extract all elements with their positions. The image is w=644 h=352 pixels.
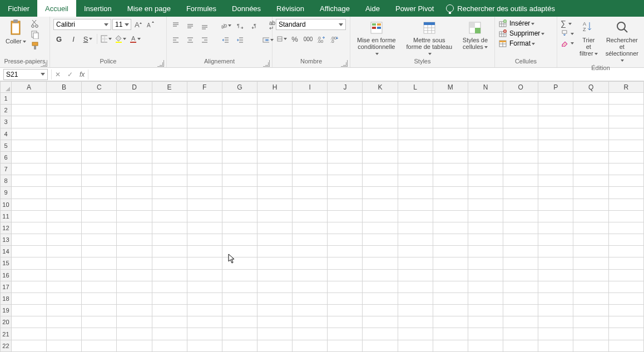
cell-L9[interactable] [398, 187, 433, 199]
cell-H16[interactable] [257, 269, 293, 281]
cell-H15[interactable] [257, 257, 293, 269]
cell-I8[interactable] [293, 175, 328, 187]
col-header-I[interactable]: I [293, 82, 328, 93]
cell-O4[interactable] [503, 128, 538, 140]
cell-R8[interactable] [608, 175, 643, 187]
cell-L1[interactable] [398, 93, 433, 105]
cell-B22[interactable] [47, 340, 82, 351]
rtl-icon[interactable]: ¶ [249, 20, 260, 31]
cell-O8[interactable] [503, 175, 538, 187]
cell-E3[interactable] [152, 116, 187, 128]
cell-F16[interactable] [187, 269, 222, 281]
cell-C17[interactable] [82, 281, 117, 292]
cell-J17[interactable] [328, 281, 363, 292]
decrease-indent-icon[interactable] [220, 34, 231, 46]
cell-J19[interactable] [328, 305, 363, 316]
cell-A19[interactable] [11, 305, 46, 316]
cell-R4[interactable] [608, 128, 643, 140]
cell-D18[interactable] [117, 292, 152, 304]
cell-H11[interactable] [257, 210, 293, 222]
cell-R20[interactable] [608, 316, 643, 328]
cell-A15[interactable] [11, 257, 46, 269]
align-right-icon[interactable] [199, 34, 210, 46]
cell-P22[interactable] [538, 340, 573, 351]
cell-J6[interactable] [328, 151, 363, 163]
cell-Q20[interactable] [573, 316, 608, 328]
cell-E4[interactable] [152, 128, 187, 140]
cell-E12[interactable] [152, 222, 187, 234]
row-header-16[interactable]: 16 [1, 269, 12, 281]
cell-R18[interactable] [608, 292, 643, 304]
cell-D2[interactable] [117, 105, 152, 116]
cell-K6[interactable] [363, 151, 398, 163]
cell-O1[interactable] [503, 93, 538, 105]
cell-N19[interactable] [468, 305, 503, 316]
cell-L6[interactable] [398, 151, 433, 163]
cell-O12[interactable] [503, 222, 538, 234]
tab-aide[interactable]: Aide [358, 0, 388, 17]
cell-L13[interactable] [398, 234, 433, 246]
name-box[interactable]: S21 [3, 69, 48, 80]
cell-R17[interactable] [608, 281, 643, 292]
cell-F8[interactable] [187, 175, 222, 187]
col-header-O[interactable]: O [503, 82, 538, 93]
cell-F2[interactable] [187, 105, 222, 116]
cell-M20[interactable] [433, 316, 468, 328]
row-header-12[interactable]: 12 [1, 222, 12, 234]
cell-N7[interactable] [468, 163, 503, 175]
cell-M5[interactable] [433, 140, 468, 151]
cell-N13[interactable] [468, 234, 503, 246]
cell-F7[interactable] [187, 163, 222, 175]
cell-L20[interactable] [398, 316, 433, 328]
cell-A11[interactable] [11, 210, 46, 222]
font-color-icon[interactable]: A [130, 33, 141, 44]
cell-M21[interactable] [433, 328, 468, 340]
delete-cells-button[interactable]: Supprimer [498, 29, 544, 38]
cell-K15[interactable] [363, 257, 398, 269]
cell-M2[interactable] [433, 105, 468, 116]
cell-D13[interactable] [117, 234, 152, 246]
spreadsheet-grid[interactable]: ABCDEFGHIJKLMNOPQR1234567891011121314151… [0, 81, 644, 352]
row-header-13[interactable]: 13 [1, 234, 12, 246]
cell-B2[interactable] [47, 105, 82, 116]
tab-données[interactable]: Données [224, 0, 269, 17]
cell-Q13[interactable] [573, 234, 608, 246]
cell-M17[interactable] [433, 281, 468, 292]
col-header-R[interactable]: R [608, 82, 643, 93]
cell-H9[interactable] [257, 187, 293, 199]
cell-R6[interactable] [608, 151, 643, 163]
cell-P10[interactable] [538, 199, 573, 210]
dialog-launcher-icon[interactable] [157, 60, 164, 67]
decrease-decimal-icon[interactable]: .00.0 [329, 33, 340, 44]
cell-P20[interactable] [538, 316, 573, 328]
cell-P5[interactable] [538, 140, 573, 151]
cell-Q9[interactable] [573, 187, 608, 199]
cell-G19[interactable] [222, 305, 257, 316]
cell-K2[interactable] [363, 105, 398, 116]
cell-A14[interactable] [11, 246, 46, 257]
cell-L22[interactable] [398, 340, 433, 351]
cell-K7[interactable] [363, 163, 398, 175]
cell-F21[interactable] [187, 328, 222, 340]
cell-H12[interactable] [257, 222, 293, 234]
cell-I19[interactable] [293, 305, 328, 316]
cell-G13[interactable] [222, 234, 257, 246]
cell-M16[interactable] [433, 269, 468, 281]
cell-D16[interactable] [117, 269, 152, 281]
cell-N14[interactable] [468, 246, 503, 257]
cell-G2[interactable] [222, 105, 257, 116]
find-select-button[interactable]: Rechercher et sélectionner [603, 19, 641, 65]
cut-icon[interactable] [31, 19, 39, 28]
cell-R9[interactable] [608, 187, 643, 199]
cell-O2[interactable] [503, 105, 538, 116]
cell-R16[interactable] [608, 269, 643, 281]
cell-B10[interactable] [47, 199, 82, 210]
cell-A18[interactable] [11, 292, 46, 304]
cell-J13[interactable] [328, 234, 363, 246]
clear-button[interactable] [561, 39, 574, 47]
cell-D17[interactable] [117, 281, 152, 292]
cell-M4[interactable] [433, 128, 468, 140]
cell-A20[interactable] [11, 316, 46, 328]
cell-D3[interactable] [117, 116, 152, 128]
insert-cells-button[interactable]: Insérer [498, 19, 534, 28]
